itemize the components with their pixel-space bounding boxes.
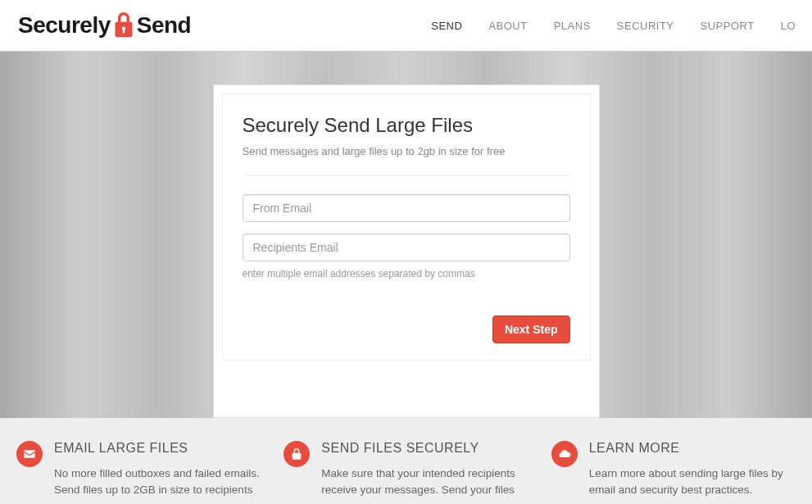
feature-send-securely: SEND FILES SECURELY Make sure that your …	[284, 441, 528, 504]
feature-title: EMAIL LARGE FILES	[54, 441, 261, 456]
nav-plans[interactable]: PLANS	[554, 20, 591, 32]
card-actions: Next Step	[243, 316, 570, 343]
features-row: EMAIL LARGE FILES No more filled outboxe…	[0, 418, 812, 504]
envelope-icon	[16, 441, 43, 467]
feature-title: LEARN MORE	[589, 441, 796, 456]
feature-text: No more filled outboxes and failed email…	[54, 465, 261, 499]
feature-email-large-files: EMAIL LARGE FILES No more filled outboxe…	[16, 441, 261, 504]
feature-title: SEND FILES SECURELY	[321, 441, 528, 456]
nav-security[interactable]: SECURITY	[617, 20, 674, 32]
lock-icon	[112, 12, 135, 39]
nav-send[interactable]: SEND	[431, 20, 462, 32]
logo-text-part1: Securely	[18, 12, 111, 39]
svg-rect-1	[123, 30, 125, 34]
hero: Securely Send Large Files Send messages …	[0, 51, 812, 418]
feature-learn-more: LEARN MORE Learn more about sending larg…	[551, 441, 796, 504]
feature-text: Learn more about sending large files by …	[589, 465, 796, 499]
card-subtitle: Send messages and large files up to 2gb …	[243, 145, 570, 176]
logo-text-part2: Send	[137, 12, 191, 39]
next-step-button[interactable]: Next Step	[492, 316, 570, 343]
recipients-hint: enter multiple email addresses separated…	[243, 268, 570, 279]
card-title: Securely Send Large Files	[243, 114, 570, 137]
nav-about[interactable]: ABOUT	[488, 20, 527, 32]
cloud-icon	[551, 441, 578, 467]
logo[interactable]: Securely Send	[18, 12, 191, 39]
header: Securely Send SEND ABOUT PLANS SECURITY …	[0, 0, 812, 51]
nav: SEND ABOUT PLANS SECURITY SUPPORT LO	[431, 20, 796, 32]
nav-login[interactable]: LO	[781, 20, 796, 32]
send-card: Securely Send Large Files Send messages …	[213, 84, 600, 418]
lock-icon	[284, 441, 310, 467]
recipients-email-input[interactable]	[243, 234, 570, 261]
feature-text: Make sure that your intended recipients …	[321, 465, 528, 499]
from-email-input[interactable]	[243, 194, 570, 222]
send-card-inner: Securely Send Large Files Send messages …	[222, 93, 591, 361]
nav-support[interactable]: SUPPORT	[701, 20, 755, 32]
